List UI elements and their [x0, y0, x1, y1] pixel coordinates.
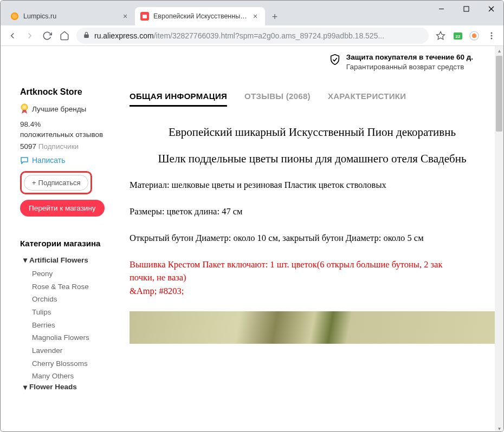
scroll-down-arrow[interactable]: ▾ [495, 424, 503, 432]
ribbon-icon [20, 103, 29, 114]
category-item[interactable]: Berries [32, 319, 121, 332]
category-item[interactable]: Tulips [32, 306, 121, 319]
svg-point-12 [472, 34, 476, 38]
page-viewport: Защита покупателя в течение 60 д. Гарант… [1, 46, 503, 432]
close-window-button[interactable] [479, 1, 503, 17]
badge-label: Лучшие бренды [32, 105, 86, 113]
product-size: Размеры: цветок длина: 47 см [130, 205, 495, 219]
category-item[interactable]: Magnolia Flowers [32, 331, 121, 344]
extension-icon-2[interactable] [469, 30, 480, 41]
product-title-line1: Европейский шикарный Искусственный Пион … [130, 126, 495, 139]
close-icon[interactable]: × [251, 12, 260, 21]
category-item[interactable]: Rose & Tea Rose [32, 280, 121, 293]
browser-tab-2[interactable]: Европейский Искусственный П × [135, 7, 265, 25]
minimize-button[interactable] [429, 1, 454, 17]
category-item[interactable]: Cherry Blossoms [32, 357, 121, 370]
category-group-header[interactable]: ▾ Artificial Flowers [20, 256, 121, 264]
back-button[interactable] [4, 27, 21, 44]
tab-title: Lumpics.ru [23, 12, 118, 20]
scroll-thumb[interactable] [496, 56, 502, 132]
vertical-scrollbar[interactable]: ▴ ▾ [495, 46, 503, 432]
buyer-protection-strip: Защита покупателя в течение 60 д. Гарант… [1, 46, 495, 87]
product-diameter: Открытый бутон Диаметр: около 10 см, зак… [130, 232, 495, 245]
svg-marker-8 [437, 31, 445, 39]
main-content: ОБЩАЯ ИНФОРМАЦИЯ ОТЗЫВЫ (2068) ХАРАКТЕРИ… [130, 87, 495, 344]
product-package: Вышивка Крестом Пакет включают: 1 шт. цв… [130, 258, 495, 298]
reload-button[interactable] [38, 27, 56, 44]
window-title-bar: Lumpics.ru × Европейский Искусственный П… [1, 1, 503, 25]
lock-icon [83, 31, 90, 40]
svg-point-17 [23, 106, 26, 109]
product-tabs: ОБЩАЯ ИНФОРМАЦИЯ ОТЗЫВЫ (2068) ХАРАКТЕРИ… [130, 87, 495, 107]
scroll-up-arrow[interactable]: ▴ [495, 46, 503, 55]
subscribe-button[interactable]: + Подписаться [24, 175, 88, 191]
category-group-header[interactable]: ▾ Flower Heads [20, 383, 121, 391]
menu-button[interactable] [483, 27, 500, 44]
maximize-button[interactable] [454, 1, 479, 17]
protection-subtitle: Гарантированный возврат средств [346, 62, 473, 72]
tab-title: Европейский Искусственный П [153, 12, 248, 20]
svg-point-15 [491, 37, 493, 39]
plus-icon: + [32, 179, 36, 187]
extension-icons: 22 [449, 30, 483, 41]
shield-icon [329, 54, 341, 66]
svg-point-13 [491, 32, 493, 34]
url-domain: ru.aliexpress.com [94, 31, 154, 40]
browser-toolbar: ru.aliexpress.com /item/32827766039.html… [1, 25, 503, 46]
protection-title: Защита покупателя в течение 60 д. [346, 53, 473, 62]
browser-tab-1[interactable]: Lumpics.ru × [5, 7, 135, 25]
store-badge: Лучшие бренды [20, 103, 121, 114]
bookmark-button[interactable] [432, 27, 449, 44]
contact-seller-link[interactable]: Написать [20, 156, 121, 165]
forward-button[interactable] [21, 27, 38, 44]
new-tab-button[interactable]: + [267, 9, 282, 24]
browser-tabs: Lumpics.ru × Европейский Искусственный П… [1, 1, 429, 25]
home-button[interactable] [56, 27, 73, 44]
svg-point-14 [491, 35, 493, 36]
favicon-lumpics [10, 12, 19, 21]
product-title-line2: Шелк поддельные цветы пионы для домашнег… [130, 152, 495, 166]
url-path: /item/32827766039.html?spm=a2g0o.ams_897… [154, 31, 384, 40]
category-item[interactable]: Orchids [32, 293, 121, 306]
product-material: Материал: шелковые цветы и резиновая Пла… [130, 179, 495, 192]
chat-icon [20, 156, 29, 165]
product-description: Европейский шикарный Искусственный Пион … [130, 109, 495, 344]
close-icon[interactable]: × [121, 12, 130, 21]
subscribe-highlight: + Подписаться [20, 171, 92, 194]
followers: 5097 Подписчики [20, 142, 121, 150]
positive-rating: 98.4% положительных отзывов [20, 120, 121, 140]
tab-general-info[interactable]: ОБЩАЯ ИНФОРМАЦИЯ [130, 87, 227, 107]
svg-rect-5 [464, 6, 469, 11]
svg-point-1 [12, 14, 17, 19]
tab-reviews[interactable]: ОТЗЫВЫ (2068) [244, 87, 311, 107]
category-item[interactable]: Lavender [32, 344, 121, 357]
svg-text:22: 22 [456, 34, 461, 39]
tab-specs[interactable]: ХАРАКТЕРИСТИКИ [328, 87, 406, 107]
window-controls [429, 1, 503, 17]
caret-down-icon: ▾ [23, 383, 27, 391]
extension-icon-1[interactable]: 22 [453, 30, 463, 41]
product-image [130, 311, 495, 344]
categories-title: Категории магазина [20, 239, 121, 248]
svg-rect-3 [143, 15, 147, 18]
store-categories: Категории магазина ▾ Artificial Flowers … [20, 225, 121, 391]
category-item[interactable]: Many Others [32, 370, 121, 383]
goto-store-button[interactable]: Перейти к магазину [20, 200, 105, 217]
category-item[interactable]: Peony [32, 267, 121, 280]
store-name[interactable]: Artknock Store [20, 87, 121, 97]
address-bar[interactable]: ru.aliexpress.com /item/32827766039.html… [76, 28, 429, 44]
caret-down-icon: ▾ [23, 256, 27, 264]
store-sidebar: Artknock Store Лучшие бренды 98.4% полож… [20, 87, 121, 394]
favicon-aliexpress [140, 12, 149, 21]
